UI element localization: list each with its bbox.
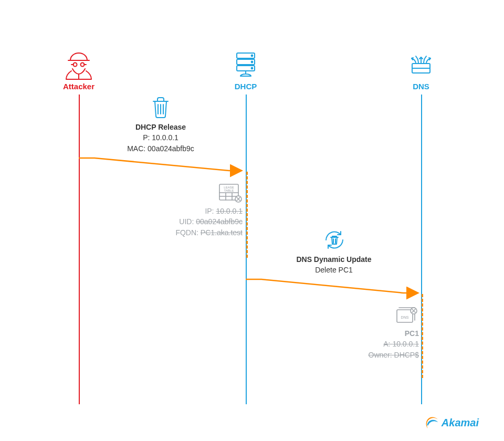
attacker-label: Attacker	[58, 82, 100, 91]
svg-point-6	[251, 61, 253, 63]
arrow-dhcp-to-dns	[246, 277, 422, 299]
dns-record-icon: DNS	[394, 304, 419, 327]
lease-table-icon: LEASE TABLE	[217, 182, 243, 204]
dns-label: DNS	[407, 82, 435, 91]
dhcp-release-message: DHCP Release P: 10.0.0.1 MAC: 00a024abfb…	[98, 122, 224, 154]
lease-table-entry: IP: 10.0.0.1 UID: 00a024abfb9c FQDN: PC1…	[145, 206, 243, 238]
attacker-lifeline	[79, 94, 80, 404]
dns-activation-1	[422, 294, 423, 378]
svg-point-5	[251, 55, 253, 57]
svg-point-7	[251, 68, 253, 69]
refresh-trash-icon	[322, 227, 347, 253]
dns-server-icon	[407, 50, 435, 78]
brand-logo: Akamai	[425, 416, 479, 429]
trash-icon	[150, 95, 171, 119]
dhcp-server-icon	[232, 50, 260, 78]
dhcp-label: DHCP	[230, 82, 261, 91]
brand-swoosh-icon	[425, 416, 438, 429]
dns-update-title: DNS Dynamic Update	[273, 254, 395, 265]
dns-update-message: DNS Dynamic Update Delete PC1	[273, 254, 395, 276]
arrow-attacker-to-dhcp	[79, 156, 247, 177]
attacker-icon	[62, 50, 96, 80]
dhcp-activation-1	[246, 172, 248, 258]
dns-record-entry: PC1 A: 10.0.0.1 Owner: DHCP$	[340, 328, 419, 360]
dhcp-release-title: DHCP Release	[98, 122, 224, 132]
svg-text:TABLE: TABLE	[224, 189, 234, 192]
brand-name: Akamai	[442, 417, 479, 429]
svg-text:DNS: DNS	[401, 316, 409, 319]
